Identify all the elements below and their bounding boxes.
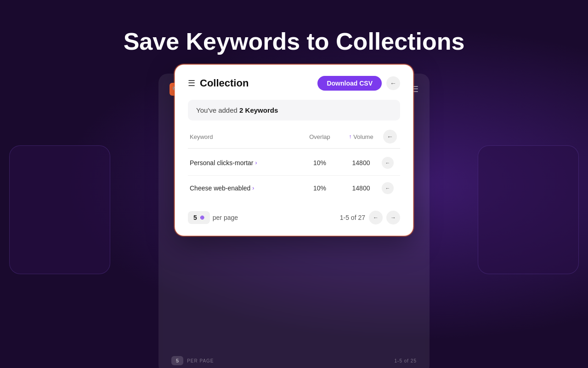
keywords-banner: You've added 2 Keywords — [188, 100, 400, 121]
keyword-cell-2: Cheese web-enabled › — [190, 184, 299, 192]
pagination-row: 5 ⊕ per page 1-5 of 27 ← → — [188, 209, 400, 224]
download-csv-button[interactable]: Download CSV — [317, 76, 382, 91]
action-cell-1: ← — [382, 157, 398, 169]
col-volume-header: ↑ Volume — [340, 133, 382, 140]
per-page-box[interactable]: 5 ⊕ — [188, 211, 210, 224]
browser-per-page-box: 5 — [171, 356, 183, 365]
overlap-cell-1: 10% — [299, 159, 340, 167]
table-header-back-btn[interactable]: ← — [383, 130, 397, 144]
table-header: Keyword Overlap ↑ Volume ← — [188, 130, 400, 149]
keyword-chevron-2[interactable]: › — [252, 185, 254, 191]
col-keyword-header: Keyword — [190, 133, 299, 140]
list-icon: ☰ — [188, 78, 195, 88]
header-actions: Download CSV ← — [317, 76, 400, 91]
remove-btn-2[interactable]: ← — [382, 182, 394, 194]
col-overlap-header: Overlap — [299, 133, 340, 140]
overlap-cell-2: 10% — [299, 184, 340, 192]
card-title-group: ☰ Collection — [188, 77, 249, 89]
per-page-value: 5 — [193, 214, 197, 221]
page-info: 1-5 of 27 — [340, 214, 365, 221]
back-button[interactable]: ← — [386, 76, 400, 90]
table-row: Personal clicks-mortar › 10% 14800 ← — [188, 150, 400, 176]
remove-btn-1[interactable]: ← — [382, 157, 394, 169]
per-page-arrow: ⊕ — [200, 214, 204, 221]
volume-cell-2: 14800 — [340, 184, 382, 192]
table-row: Cheese web-enabled › 10% 14800 ← — [188, 176, 400, 201]
volume-cell-1: 14800 — [340, 159, 382, 167]
browser-bottom: 5 PER PAGE 1-5 of 25 — [170, 351, 418, 365]
sort-arrow[interactable]: ↑ — [349, 133, 351, 140]
next-page-button[interactable]: → — [386, 211, 400, 224]
keyword-chevron-1[interactable]: › — [255, 160, 257, 166]
collection-title: Collection — [200, 77, 249, 89]
card-header: ☰ Collection Download CSV ← — [188, 76, 400, 91]
browser-per-page-label: PER PAGE — [187, 358, 214, 363]
prev-page-button[interactable]: ← — [369, 211, 383, 224]
browser-pagination-info: 1-5 of 25 — [395, 358, 417, 363]
action-cell-2: ← — [382, 182, 398, 194]
page-title: Save Keywords to Collections — [124, 28, 465, 55]
keyword-cell-1: Personal clicks-mortar › — [190, 159, 299, 167]
per-page-group: 5 ⊕ per page — [188, 211, 238, 224]
keywords-count: 2 Keywords — [239, 106, 278, 114]
per-page-label: per page — [213, 214, 238, 221]
table-body: Personal clicks-mortar › 10% 14800 ← Che… — [188, 150, 400, 201]
pagination-nav: 1-5 of 27 ← → — [340, 211, 400, 224]
collection-card: ☰ Collection Download CSV ← You've added… — [175, 64, 413, 236]
card-wrapper: 🔍 KEYWORD SURFER 4.0 🇺🇸 ☰ 5 PER PAGE — [158, 74, 430, 368]
col-action-header: ← — [382, 130, 398, 144]
